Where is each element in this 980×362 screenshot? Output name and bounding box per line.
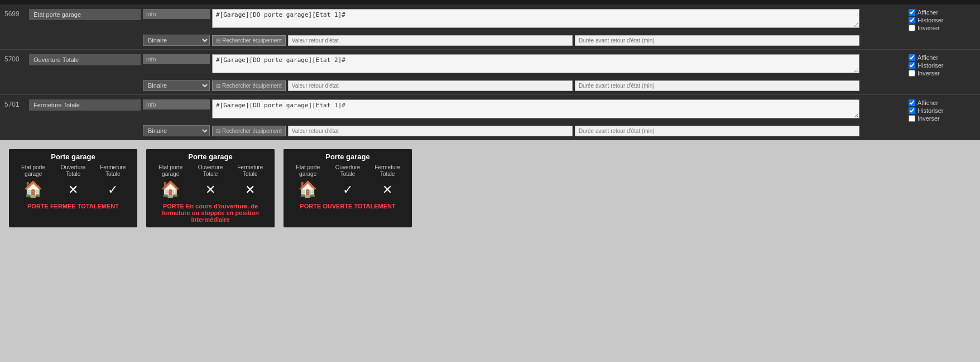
preview-icon-2-0: 🏠 [298, 180, 318, 198]
preview-col-1-2: FermetureTotale ✕ [230, 164, 270, 198]
binary-select-5700[interactable]: Binaire [143, 80, 210, 91]
value-textarea-5701[interactable]: #[Garage][DO porte garage][Etat 1]# [212, 99, 859, 118]
duree-input-5699[interactable] [575, 35, 859, 46]
search-icon-5700: ⊟ [216, 83, 220, 89]
row-value-5700: #[Garage][DO porte garage][Etat 2]# [212, 54, 859, 75]
afficher-label-5700[interactable]: Afficher [909, 54, 976, 61]
historiser-check-5699[interactable] [909, 17, 915, 23]
row-value-5699: #[Garage][DO porte garage][Etat 1]# [212, 9, 859, 30]
search-button-5701[interactable]: ⊟ Rechercher équipement [212, 126, 286, 136]
row-value-5701: #[Garage][DO porte garage][Etat 1]# [212, 99, 859, 120]
subtype-input-5700[interactable] [143, 54, 210, 64]
secondary-binary-5700: Binaire [143, 80, 210, 91]
search-label-5700: Rechercher équipement [222, 83, 282, 89]
inverser-check-5700[interactable] [909, 70, 915, 77]
preview-description-0: PORTE FERMEE TOTALEMENT [9, 201, 137, 214]
secondary-binary-5701: Binaire [143, 125, 210, 136]
preview-icon-2-1: ✓ [343, 180, 353, 198]
row-id-5700: 5700 [4, 54, 27, 63]
preview-col-0-1: OuvertureTotale ✕ [53, 164, 93, 198]
search-icon-5699: ⊟ [216, 37, 220, 44]
preview-col-label-0-0: Etat portegarage [21, 164, 45, 178]
historiser-label-5699[interactable]: Historiser [909, 17, 976, 23]
afficher-text: Afficher [917, 54, 938, 61]
preview-icon-0-0: 🏠 [23, 180, 43, 198]
afficher-label-5701[interactable]: Afficher [909, 99, 976, 106]
table-body: 5699 Etat porte garage #[Garage][DO port… [0, 4, 980, 140]
preview-col-0-2: FermetureTotale ✓ [93, 164, 133, 198]
name-button-5700[interactable]: Ouverture Totale [29, 54, 141, 65]
preview-col-2-1: OuvertureTotale ✓ [328, 164, 367, 198]
duree-input-5701[interactable] [575, 126, 859, 136]
preview-card-1: Porte garage Etat portegarage 🏠 Ouvertur… [146, 149, 275, 227]
historiser-label-5700[interactable]: Historiser [909, 62, 976, 69]
preview-icon-0-1: ✕ [68, 180, 78, 198]
afficher-text: Afficher [917, 99, 938, 106]
cross-icon: ✕ [205, 183, 215, 197]
retour-input-5701[interactable] [288, 126, 573, 136]
preview-col-1-0: Etat portegarage 🏠 [151, 164, 190, 198]
value-textarea-5699[interactable]: #[Garage][DO porte garage][Etat 1]# [212, 9, 859, 28]
row-params-5699: Afficher Historiser Inverser [909, 9, 976, 31]
data-table: 5699 Etat porte garage #[Garage][DO port… [0, 0, 980, 140]
binary-select-5701[interactable]: Binaire [143, 125, 210, 136]
name-button-5699[interactable]: Etat porte garage [29, 9, 141, 20]
table-row: 5701 Fermeture Totale #[Garage][DO porte… [0, 95, 980, 140]
preview-icon-2-2: ✕ [382, 180, 392, 198]
preview-title-0: Porte garage [9, 149, 137, 162]
preview-icon-1-1: ✕ [205, 180, 215, 198]
cross-icon: ✕ [68, 183, 78, 197]
binary-select-5699[interactable]: Binaire [143, 35, 210, 46]
inverser-check-5701[interactable] [909, 115, 915, 122]
house-icon: 🏠 [161, 180, 180, 198]
preview-icon-0-2: ✓ [108, 180, 118, 198]
secondary-search-area-5701: ⊟ Rechercher équipement [212, 126, 859, 136]
row-subtype-5700 [143, 54, 210, 64]
inverser-label-5701[interactable]: Inverser [909, 115, 976, 122]
table-row: 5699 Etat porte garage #[Garage][DO port… [0, 4, 980, 50]
subtype-input-5701[interactable] [143, 99, 210, 109]
preview-col-2-2: FermetureTotale ✕ [368, 164, 407, 198]
historiser-check-5701[interactable] [909, 107, 915, 114]
secondary-binary-5699: Binaire [143, 35, 210, 46]
cross-icon: ✕ [245, 183, 255, 197]
check-icon: ✓ [343, 183, 353, 197]
duree-input-5700[interactable] [575, 80, 859, 91]
search-label-5699: Rechercher équipement [222, 37, 282, 44]
afficher-check-5701[interactable] [909, 99, 915, 106]
secondary-search-area-5700: ⊟ Rechercher équipement [212, 80, 859, 91]
name-button-5701[interactable]: Fermeture Totale [29, 99, 141, 111]
check-icon: ✓ [108, 183, 118, 197]
historiser-check-5700[interactable] [909, 62, 915, 69]
preview-col-label-2-0: Etat portegarage [296, 164, 320, 178]
previews-container: Porte garage Etat portegarage 🏠 Ouvertur… [9, 149, 412, 227]
preview-title-2: Porte garage [284, 149, 412, 162]
afficher-check-5699[interactable] [909, 9, 915, 16]
afficher-text: Afficher [917, 9, 938, 16]
afficher-check-5700[interactable] [909, 54, 915, 61]
preview-col-label-0-1: OuvertureTotale [61, 164, 85, 178]
inverser-check-5699[interactable] [909, 25, 915, 31]
retour-input-5699[interactable] [288, 35, 573, 46]
search-button-5700[interactable]: ⊟ Rechercher équipement [212, 80, 286, 91]
preview-cols-0: Etat portegarage 🏠 OuvertureTotale ✕ Fer… [9, 162, 137, 201]
inverser-text: Inverser [917, 25, 940, 31]
search-label-5701: Rechercher équipement [222, 128, 282, 134]
preview-col-label-1-2: FermetureTotale [237, 164, 263, 178]
subtype-input-5699[interactable] [143, 9, 210, 19]
preview-icon-1-2: ✕ [245, 180, 255, 198]
row-id-5701: 5701 [4, 99, 27, 108]
preview-description-1: PORTE En cours d'ouverture, de fermeture… [146, 201, 275, 227]
row-subtype-5701 [143, 99, 210, 109]
inverser-label-5699[interactable]: Inverser [909, 25, 976, 31]
historiser-label-5701[interactable]: Historiser [909, 107, 976, 114]
search-button-5699[interactable]: ⊟ Rechercher équipement [212, 35, 286, 46]
preview-card-0: Porte garage Etat portegarage 🏠 Ouvertur… [9, 149, 137, 227]
retour-input-5700[interactable] [288, 80, 573, 91]
preview-section: Porte garage Etat portegarage 🏠 Ouvertur… [0, 140, 980, 236]
value-textarea-5700[interactable]: #[Garage][DO porte garage][Etat 2]# [212, 54, 859, 73]
afficher-label-5699[interactable]: Afficher [909, 9, 976, 16]
preview-col-label-1-1: OuvertureTotale [198, 164, 223, 178]
inverser-label-5700[interactable]: Inverser [909, 70, 976, 77]
table-header [0, 0, 980, 4]
